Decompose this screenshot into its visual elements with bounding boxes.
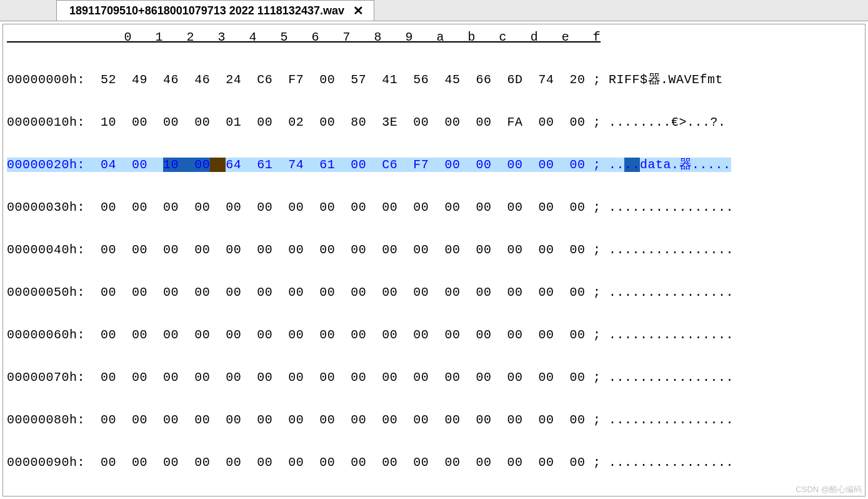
hex-byte[interactable]: 00 [413,200,429,214]
hex-byte[interactable]: 45 [444,73,460,87]
hex-byte[interactable]: 00 [257,243,272,257]
hex-byte[interactable]: 00 [132,455,147,470]
hex-byte[interactable]: 01 [226,115,241,129]
hex-byte[interactable]: 00 [538,115,554,129]
hex-byte[interactable]: 00 [132,243,147,257]
hex-byte[interactable]: 00 [444,413,460,427]
hex-byte[interactable]: 00 [288,243,304,257]
hex-byte[interactable]: 00 [288,413,304,427]
hex-byte[interactable]: 00 [288,285,304,300]
hex-byte[interactable]: 00 [382,243,397,257]
ascii[interactable]: ................ [609,200,734,214]
hex-row[interactable]: 00000060h: 00 00 00 00 00 00 00 00 00 00… [7,325,861,346]
hex-byte[interactable]: 74 [538,73,554,87]
hex-byte[interactable]: 00 [570,158,586,172]
hex-byte[interactable]: 00 [226,285,241,300]
hex-byte[interactable]: 00 [132,285,147,300]
hex-byte[interactable]: 61 [257,158,272,172]
hex-byte[interactable]: 00 [319,73,335,87]
hex-byte[interactable]: 46 [194,73,210,87]
hex-byte[interactable]: 00 [257,455,272,470]
hex-byte[interactable]: 00 [132,200,147,214]
hex-byte[interactable]: 00 [382,285,397,300]
hex-byte[interactable]: 00 [319,285,335,300]
ascii[interactable]: ................ [609,455,734,470]
hex-byte[interactable]: 00 [226,370,241,385]
hex-byte[interactable]: 00 [507,370,522,385]
hex-byte[interactable]: 80 [351,115,366,129]
hex-byte[interactable]: 00 [257,115,272,129]
hex-byte[interactable]: 00 [507,285,522,300]
hex-view[interactable]: 0 1 2 3 4 5 6 7 8 9 a b c d e f 00000000… [2,24,866,496]
hex-byte[interactable]: 00 [444,370,460,385]
hex-byte[interactable]: 00 [194,455,210,470]
hex-row[interactable]: 00000070h: 00 00 00 00 00 00 00 00 00 00… [7,367,861,388]
hex-byte[interactable]: 00 [444,200,460,214]
hex-byte[interactable]: 00 [319,243,335,257]
hex-byte[interactable]: 00 [194,285,210,300]
hex-byte[interactable]: 00 [538,455,554,470]
hex-byte[interactable]: 00 [444,328,460,342]
hex-byte[interactable]: 3E [382,115,397,129]
hex-byte[interactable]: 00 [413,285,429,300]
ascii[interactable]: ........€>...?. [609,115,726,129]
hex-byte[interactable]: 00 [538,370,554,385]
hex-byte[interactable]: 56 [413,73,429,87]
hex-byte[interactable]: 20 [570,73,586,87]
hex-byte[interactable]: 00 [570,328,586,342]
hex-byte[interactable]: 00 [507,200,522,214]
hex-byte[interactable]: 52 [101,73,116,87]
hex-byte[interactable]: 64 [226,158,241,172]
hex-byte[interactable]: 00 [163,328,179,342]
hex-byte[interactable]: 00 [101,243,116,257]
hex-byte[interactable]: 41 [382,73,397,87]
hex-byte[interactable]: 00 [257,200,272,214]
hex-byte[interactable]: 00 [351,328,366,342]
hex-byte[interactable]: 00 [194,158,210,172]
hex-byte[interactable]: 00 [163,455,179,470]
hex-byte[interactable]: 00 [226,328,241,342]
hex-byte[interactable]: 00 [538,158,554,172]
hex-byte[interactable]: 00 [351,413,366,427]
hex-byte[interactable]: 00 [351,200,366,214]
close-icon[interactable]: ✕ [353,3,364,18]
hex-byte[interactable]: 00 [538,328,554,342]
hex-row[interactable]: 000000a0h: 00 00 00 00 00 00 00 00 00 00… [7,495,861,496]
hex-byte[interactable]: 74 [288,158,304,172]
hex-byte[interactable]: 00 [413,370,429,385]
hex-byte[interactable]: 00 [476,285,491,300]
hex-byte[interactable]: 00 [570,455,586,470]
hex-byte[interactable]: 00 [194,370,210,385]
hex-byte[interactable]: 00 [413,413,429,427]
hex-byte[interactable]: 49 [132,73,147,87]
hex-byte[interactable]: 00 [476,370,491,385]
hex-byte[interactable]: 00 [476,243,491,257]
hex-byte[interactable]: 00 [132,115,147,129]
hex-byte[interactable]: 00 [194,328,210,342]
ascii-selected[interactable]: .. [624,158,640,172]
hex-byte[interactable]: 10 [101,115,116,129]
hex-byte[interactable]: 00 [507,158,522,172]
hex-byte[interactable]: 00 [319,328,335,342]
hex-byte[interactable]: C6 [257,73,272,87]
hex-byte[interactable]: 00 [194,200,210,214]
hex-byte[interactable]: 00 [413,115,429,129]
hex-byte[interactable]: 66 [476,73,491,87]
hex-byte[interactable]: 00 [444,455,460,470]
ascii[interactable]: RIFF$器.WAVEfmt [609,73,731,87]
hex-row[interactable]: 00000080h: 00 00 00 00 00 00 00 00 00 00… [7,410,861,431]
hex-byte[interactable]: 00 [319,370,335,385]
hex-byte[interactable]: 00 [382,200,397,214]
hex-byte[interactable]: 00 [570,115,586,129]
hex-row[interactable]: 00000020h: 04 00 10 00 64 61 74 61 00 C6… [7,154,861,176]
ascii[interactable]: ................ [609,413,734,427]
hex-byte[interactable]: 00 [257,328,272,342]
hex-byte[interactable]: 00 [132,413,147,427]
hex-byte[interactable]: 00 [476,115,491,129]
hex-byte[interactable]: 00 [288,328,304,342]
hex-byte[interactable]: 00 [444,285,460,300]
hex-byte[interactable]: 00 [163,243,179,257]
hex-byte[interactable]: 00 [132,370,147,385]
hex-byte[interactable]: 00 [507,455,522,470]
hex-byte[interactable]: 00 [101,455,116,470]
